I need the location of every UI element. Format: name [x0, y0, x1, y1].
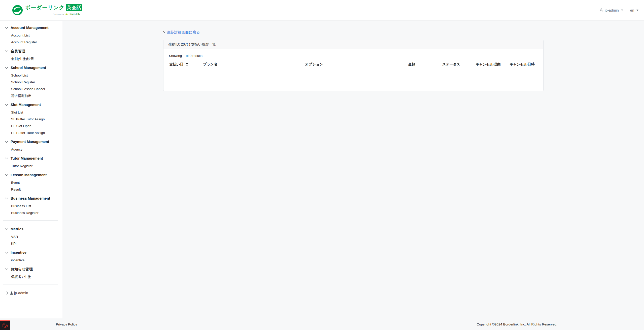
sidebar-section-slot-management: Slot Management Slot List SL Buffer Tuto… — [4, 102, 59, 136]
payment-history-card: 生徒ID: 207( ) 支払い履歴一覧 Showing ~ of 0 resu… — [163, 40, 544, 91]
chevron-down-icon — [5, 196, 8, 199]
sidebar-toggle-business-management[interactable]: Business Management — [4, 196, 59, 201]
user-menu-label: jp-admin — [605, 8, 619, 12]
sidebar-item-business-list[interactable]: Business List — [11, 203, 59, 209]
card-title: 生徒ID: 207( ) 支払い履歴一覧 — [163, 40, 543, 49]
sidebar-section-lesson-management: Lesson Management Event Result — [4, 172, 59, 193]
sidebar-section-business-management: Business Management Business List Busine… — [4, 196, 59, 216]
sidebar-item-account-list[interactable]: Account List — [11, 32, 59, 39]
app-header: ボーダーリンク 英会話 Produced by RareJob jp-admin — [0, 0, 644, 21]
sidebar-toggle-account-management[interactable]: Account Management — [4, 25, 59, 30]
section-title: Slot Management — [11, 102, 41, 107]
sidebar-toggle-school-management[interactable]: School Management — [4, 65, 59, 70]
brand-name: ボーダーリンク — [25, 4, 64, 11]
section-title: Metrics — [11, 227, 23, 232]
sidebar-toggle-metrics[interactable]: Metrics — [4, 227, 59, 232]
chevron-down-icon — [5, 227, 8, 230]
language-menu-label: en — [630, 8, 634, 12]
person-outline-icon — [599, 8, 603, 13]
laravel-debugbar-button[interactable] — [0, 320, 10, 330]
sidebar-divider — [3, 220, 58, 221]
page-footer: Privacy Policy Copyright ©2024 Borderlin… — [0, 318, 644, 330]
column-header-option: オプション — [304, 61, 407, 70]
language-menu-dropdown[interactable]: en — [630, 8, 638, 12]
person-icon — [10, 291, 13, 295]
column-header-cancel-reason: キャンセル理由 — [474, 61, 509, 70]
sidebar-item-business-register[interactable]: Business Register — [11, 209, 59, 216]
sidebar-item-event[interactable]: Event — [11, 179, 59, 186]
borderlink-logo-icon — [12, 5, 23, 16]
sidebar-toggle-tutor-management[interactable]: Tutor Management — [4, 156, 59, 161]
chevron-down-icon — [5, 49, 8, 52]
sidebar-item-sl-buffer-tutor-assign[interactable]: SL Buffer Tutor Assign — [11, 116, 59, 123]
column-header-amount: 金額 — [407, 61, 441, 70]
section-title: Incentive — [11, 250, 26, 255]
sidebar-section-member-management: 会員管理 会員(生徒)検索 — [4, 49, 59, 62]
privacy-policy-link[interactable]: Privacy Policy — [56, 322, 77, 326]
sort-icon[interactable] — [186, 62, 188, 67]
caret-down-icon — [621, 10, 623, 11]
column-header-plan-name: プラン名 — [202, 61, 304, 70]
sidebar-toggle-payment-management[interactable]: Payment Management — [4, 139, 59, 144]
laravel-logo-icon — [2, 323, 8, 328]
chevron-down-icon — [5, 103, 8, 105]
sidebar-item-tutor-register[interactable]: Tutor Register — [11, 163, 59, 169]
sidebar-item-incentive[interactable]: incentive — [11, 257, 59, 264]
sidebar-user-label: jp-admin — [14, 290, 28, 296]
sidebar-toggle-slot-management[interactable]: Slot Management — [4, 102, 59, 107]
sidebar-toggle-member-management[interactable]: 会員管理 — [4, 49, 59, 54]
chevron-down-icon — [5, 140, 8, 142]
sidebar-item-vsr[interactable]: VSR — [11, 233, 59, 240]
rarejob-brand-label: RareJob — [70, 13, 80, 16]
user-menu-dropdown[interactable]: jp-admin — [599, 8, 623, 13]
chevron-down-icon — [5, 26, 8, 28]
section-title: Business Management — [11, 196, 50, 201]
sidebar: Account Management Account List Account … — [0, 21, 62, 318]
section-title: Lesson Management — [11, 172, 47, 177]
brand-badge: 英会話 — [66, 4, 82, 11]
section-title: School Management — [11, 65, 46, 70]
sidebar-toggle-incentive[interactable]: Incentive — [4, 250, 59, 255]
sidebar-item-hl-slot-open[interactable]: HL Slot Open — [11, 123, 59, 129]
sidebar-toggle-lesson-management[interactable]: Lesson Management — [4, 172, 59, 177]
chevron-down-icon — [5, 156, 8, 159]
section-title: 会員管理 — [11, 49, 25, 54]
rarejob-bird-icon — [65, 12, 69, 16]
sidebar-item-school-lesson-cancel[interactable]: School Lesson Cancel — [11, 86, 59, 92]
sidebar-item-slot-list[interactable]: Slot List — [11, 109, 59, 116]
results-count: Showing ~ of 0 results — [169, 54, 538, 58]
sidebar-item-school-list[interactable]: School List — [11, 72, 59, 79]
sidebar-user-toggle[interactable]: jp-admin — [4, 290, 59, 296]
back-to-student-detail-link[interactable]: 生徒詳細画面に戻る — [167, 30, 200, 34]
column-header-payment-date[interactable]: 支払い日 — [168, 61, 202, 70]
sidebar-item-billing-info-extract[interactable]: 請求情報抽出 — [11, 92, 59, 99]
sidebar-item-school-register[interactable]: School Register — [11, 79, 59, 86]
produced-by-row: Produced by RareJob — [25, 12, 82, 16]
column-header-cancel-datetime: キャンセル日時 — [509, 61, 538, 70]
sidebar-item-hl-buffer-tutor-assign[interactable]: HL Buffer Tutor Assign — [11, 129, 59, 136]
sidebar-section-payment-management: Payment Management Agency — [4, 139, 59, 153]
logo-link[interactable]: ボーダーリンク 英会話 Produced by RareJob — [12, 4, 82, 16]
chevron-down-icon — [5, 267, 8, 270]
main-content: >生徒詳細画面に戻る 生徒ID: 207( ) 支払い履歴一覧 Showing … — [62, 21, 644, 318]
sidebar-section-incentive: Incentive incentive — [4, 250, 59, 264]
sidebar-item-result[interactable]: Result — [11, 186, 59, 193]
copyright-text: Copyright ©2024 Borderlink, Inc. All Rig… — [477, 322, 557, 326]
breadcrumb-prefix: > — [163, 30, 165, 34]
caret-down-icon — [636, 10, 638, 11]
sidebar-section-school-management: School Management School List School Reg… — [4, 65, 59, 99]
sidebar-item-member-student-search[interactable]: 会員(生徒)検索 — [11, 55, 59, 62]
sidebar-item-agency[interactable]: Agency — [11, 146, 59, 153]
sidebar-section-notice-management: お知らせ管理 保護者 / 生徒 — [4, 267, 59, 280]
sidebar-item-kpi[interactable]: KPI — [11, 240, 59, 247]
chevron-down-icon — [5, 173, 8, 176]
section-title: Account Management — [11, 25, 49, 30]
chevron-down-icon — [5, 250, 8, 253]
column-header-status: ステータス — [441, 61, 474, 70]
sidebar-toggle-notice-management[interactable]: お知らせ管理 — [4, 267, 59, 272]
breadcrumb: >生徒詳細画面に戻る — [163, 30, 544, 35]
payment-history-table: 支払い日 プラン名 — [168, 61, 538, 70]
sidebar-divider — [3, 284, 58, 284]
sidebar-item-account-register[interactable]: Account Register — [11, 39, 59, 46]
sidebar-item-parent-student[interactable]: 保護者 / 生徒 — [11, 273, 59, 280]
